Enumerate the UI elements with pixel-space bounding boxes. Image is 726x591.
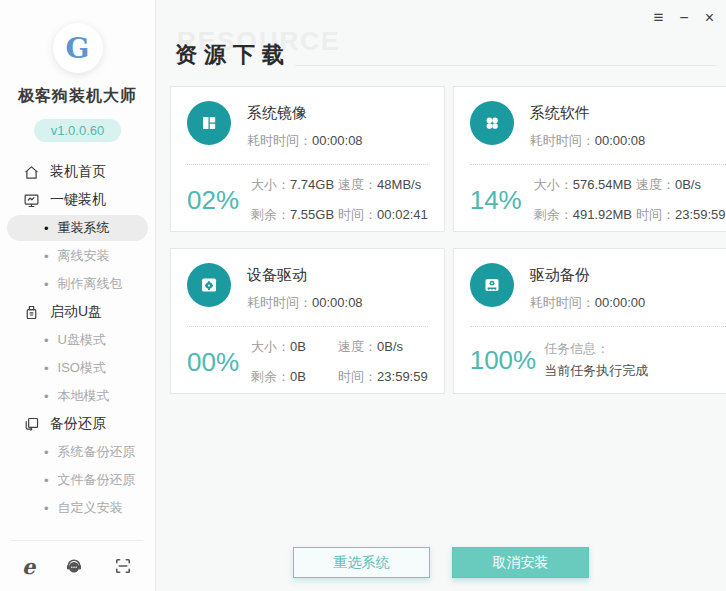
- progress-percent: 02%: [187, 185, 243, 216]
- card-divider: [187, 164, 428, 165]
- elapsed-label: 耗时时间：: [530, 133, 595, 148]
- card-driver-backup: 驱动备份 耗时时间：00:00:00 100% 任务信息： 当前任务执行完成: [453, 248, 726, 394]
- close-icon[interactable]: ×: [705, 10, 714, 26]
- menu-icon[interactable]: ≡: [653, 9, 663, 26]
- elapsed-value: 00:00:00: [595, 295, 646, 310]
- progress-percent: 100%: [470, 345, 537, 376]
- remain-value: 491.92MB: [573, 207, 632, 222]
- card-title: 设备驱动: [247, 266, 363, 285]
- version-badge: v1.0.0.60: [34, 119, 122, 142]
- sidebar-divider: [10, 540, 143, 541]
- home-icon: [23, 164, 40, 181]
- bullet-icon: •: [44, 250, 49, 263]
- bullet-icon: •: [44, 474, 49, 487]
- elapsed-label: 耗时时间：: [247, 295, 312, 310]
- customer-service-icon[interactable]: [64, 556, 84, 576]
- sidebar-item-usb-mode[interactable]: • U盘模式: [0, 327, 155, 353]
- action-bar: 重选系统 取消安装: [156, 547, 726, 578]
- system-image-icon: [187, 101, 231, 145]
- card-divider: [470, 326, 726, 327]
- app-title: 极客狗装机大师: [0, 86, 155, 107]
- speed-value: 0B/s: [675, 177, 701, 192]
- monitor-chart-icon: [23, 192, 40, 209]
- sidebar-item-offline-install[interactable]: • 离线安装: [0, 243, 155, 269]
- sidebar-footer: e: [0, 549, 155, 583]
- remain-label: 剩余：: [251, 207, 290, 222]
- card-title: 驱动备份: [530, 266, 646, 285]
- sidebar-item-local-mode[interactable]: • 本地模式: [0, 383, 155, 409]
- size-value: 576.54MB: [573, 177, 632, 192]
- elapsed-value: 00:00:08: [312, 133, 363, 148]
- page-header: RESOURCE 资源下载: [175, 30, 716, 70]
- sidebar-item-label: 本地模式: [58, 387, 110, 405]
- reselect-system-button[interactable]: 重选系统: [293, 547, 430, 578]
- sidebar-item-label: ISO模式: [58, 359, 106, 377]
- remain-label: 剩余：: [251, 369, 290, 384]
- sidebar-item-system-backup-restore[interactable]: • 系统备份还原: [0, 439, 155, 465]
- ie-browser-icon[interactable]: e: [22, 556, 35, 577]
- sidebar-item-label: 文件备份还原: [58, 471, 136, 489]
- cancel-install-button[interactable]: 取消安装: [452, 547, 589, 578]
- sidebar-item-one-key-install[interactable]: 一键装机: [0, 191, 155, 209]
- speed-label: 速度：: [636, 177, 675, 192]
- sidebar-item-label: U盘模式: [58, 331, 106, 349]
- device-driver-icon: [187, 263, 231, 307]
- bullet-icon: •: [44, 334, 49, 347]
- logo-dog-icon: G: [66, 32, 90, 65]
- time-value: 23:59:59: [377, 369, 428, 384]
- page-title: 资源下载: [175, 40, 291, 70]
- bullet-icon: •: [44, 278, 49, 291]
- driver-backup-icon: [470, 263, 514, 307]
- sidebar-item-label: 重装系统: [58, 219, 110, 237]
- sidebar-item-label: 启动U盘: [50, 303, 102, 321]
- bullet-icon: •: [44, 446, 49, 459]
- elapsed-label: 耗时时间：: [247, 133, 312, 148]
- sidebar-nav: 装机首页 一键装机 • 重装系统 • 离线安装 • 制作离线包 启动U盘: [0, 158, 155, 522]
- sidebar-item-label: 备份还原: [50, 415, 106, 433]
- system-software-icon: [470, 101, 514, 145]
- time-label: 时间：: [636, 207, 675, 222]
- card-device-driver: 设备驱动 耗时时间：00:00:08 00% 大小：0B 速度：0B/s 剩余：…: [170, 248, 445, 394]
- size-value: 0B: [290, 339, 306, 354]
- sidebar-item-boot-usb[interactable]: 启动U盘: [0, 303, 155, 321]
- size-label: 大小：: [251, 339, 290, 354]
- card-divider: [187, 326, 428, 327]
- sidebar-item-home[interactable]: 装机首页: [0, 163, 155, 181]
- elapsed-value: 00:00:08: [312, 295, 363, 310]
- window-controls: ≡ − ×: [653, 9, 714, 26]
- title-underline: [295, 65, 716, 66]
- sidebar-item-custom-install[interactable]: • 自定义安装: [0, 495, 155, 521]
- sidebar-item-file-backup-restore[interactable]: • 文件备份还原: [0, 467, 155, 493]
- sidebar-item-make-offline-pack[interactable]: • 制作离线包: [0, 271, 155, 297]
- size-value: 7.74GB: [290, 177, 334, 192]
- minimize-icon[interactable]: −: [679, 10, 688, 26]
- sidebar-item-backup-restore[interactable]: 备份还原: [0, 415, 155, 433]
- main-panel: ≡ − × RESOURCE 资源下载 系统镜像 耗时时间：00:00: [156, 0, 726, 591]
- sidebar-item-reinstall-system[interactable]: • 重装系统: [7, 215, 148, 241]
- bullet-icon: •: [44, 502, 49, 515]
- card-divider: [470, 164, 726, 165]
- app-window: G 极客狗装机大师 v1.0.0.60 装机首页 一键装机 • 重装系统 • 离…: [0, 0, 726, 591]
- download-cards: 系统镜像 耗时时间：00:00:08 02% 大小：7.74GB 速度：48MB…: [170, 86, 716, 394]
- speed-label: 速度：: [338, 177, 377, 192]
- time-label: 时间：: [338, 369, 377, 384]
- bullet-icon: •: [44, 362, 49, 375]
- sidebar: G 极客狗装机大师 v1.0.0.60 装机首页 一键装机 • 重装系统 • 离…: [0, 0, 156, 591]
- bullet-icon: •: [44, 390, 49, 403]
- progress-percent: 00%: [187, 347, 243, 378]
- size-label: 大小：: [534, 177, 573, 192]
- usb-drive-icon: [23, 304, 40, 321]
- elapsed-label: 耗时时间：: [530, 295, 595, 310]
- remain-label: 剩余：: [534, 207, 573, 222]
- remain-value: 7.55GB: [290, 207, 334, 222]
- sidebar-item-label: 自定义安装: [58, 499, 123, 517]
- sidebar-item-iso-mode[interactable]: • ISO模式: [0, 355, 155, 381]
- task-status: 当前任务执行完成: [544, 360, 648, 382]
- elapsed-value: 00:00:08: [595, 133, 646, 148]
- scan-icon[interactable]: [113, 556, 133, 576]
- size-label: 大小：: [251, 177, 290, 192]
- task-info-label: 任务信息：: [544, 338, 648, 360]
- card-title: 系统镜像: [247, 104, 363, 123]
- time-label: 时间：: [338, 207, 377, 222]
- backup-restore-icon: [23, 416, 40, 433]
